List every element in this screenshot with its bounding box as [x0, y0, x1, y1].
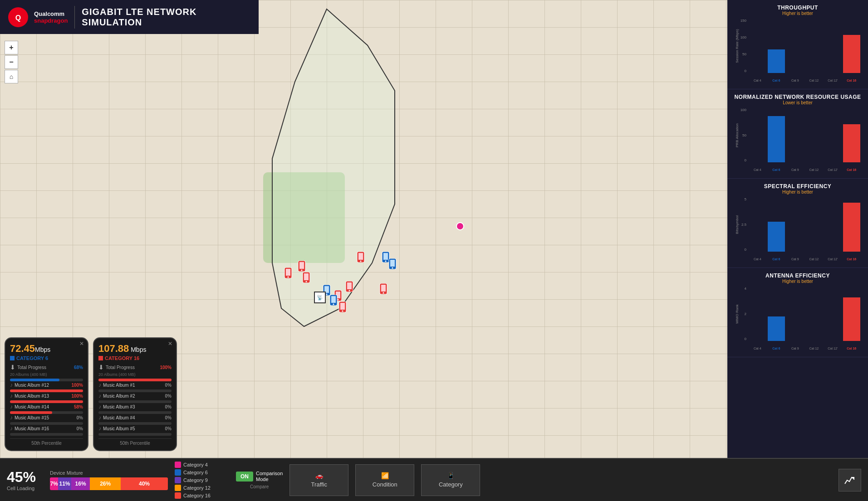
music-icon: ♪ [98, 393, 101, 399]
network-resource-y-title: PRB Allocation [735, 123, 739, 147]
music-icon: ♪ [10, 393, 13, 399]
special-marker[interactable] [456, 222, 464, 230]
category-button[interactable]: 📱 Category [421, 464, 480, 496]
svg-point-23 [349, 290, 350, 292]
device-seg-cat12[interactable]: 16% [71, 477, 90, 490]
phone-right-albums: ♪ Music Album #1 0% ♪ Music Album #2 0% … [98, 382, 172, 436]
throughput-title: THROUGHPUT [733, 5, 863, 11]
phone-right-cat-label: CATEGORY 16 [105, 355, 139, 361]
legend-cat12-dot [175, 485, 181, 491]
album-pct: 100% [71, 394, 83, 399]
phone-right-cat-dot [98, 356, 103, 360]
album-row: ♪ Music Album #12 100% [10, 382, 83, 388]
page-title: GIGABIT LTE NETWORK SIMULATION [82, 7, 252, 28]
device-seg-cat16b[interactable]: 40% [121, 477, 168, 490]
network-resource-title: NORMALIZED NETWORK RESOURCE USAGE [733, 94, 863, 100]
device-marker-1[interactable] [284, 268, 293, 280]
album-name: Music Album #14 [15, 404, 72, 409]
svg-rect-7 [299, 262, 304, 269]
music-icon: ♪ [98, 404, 101, 410]
device-marker-7[interactable] [345, 281, 354, 294]
device-marker-5[interactable] [338, 302, 347, 314]
device-marker-blue-2[interactable] [388, 258, 397, 271]
map-controls: + − ⌂ [5, 41, 18, 83]
comparison-section: ON ComparisonMode Compare [236, 471, 283, 489]
device-marker-6[interactable] [356, 252, 365, 264]
svg-point-17 [342, 311, 343, 312]
right-panel: THROUGHPUT Higher is better Session Rate… [727, 0, 868, 458]
device-marker-2[interactable] [297, 261, 306, 273]
album-row: ♪ Music Album #1 0% [98, 382, 172, 388]
album-progress-bar-bg [10, 433, 83, 436]
album-name: Music Album #15 [15, 415, 75, 420]
phone-left-detail: 20 Albums (400 MB) [10, 372, 83, 377]
device-mixture-bar[interactable]: 7% 11% 16% 26% 40% [50, 477, 168, 490]
album-name: Music Album #13 [15, 394, 69, 399]
spectral-efficiency-chart-section: SPECTRAL EFFICIENCY Higher is better Bit… [727, 179, 868, 268]
logo-qualcomm-text: Qualcomm [34, 10, 68, 17]
condition-label: Condition [373, 481, 397, 488]
album-pct: 0% [77, 426, 83, 431]
chart-icon-button[interactable] [839, 469, 861, 491]
traffic-label: Traffic [311, 481, 327, 488]
bottom-bar: 45% Cell Loading Device Mixture 7% 11% 1… [0, 458, 868, 501]
tower-marker[interactable]: 📡 [314, 292, 326, 303]
throughput-chart-section: THROUGHPUT Higher is better Session Rate… [727, 0, 868, 89]
home-button[interactable]: ⌂ [5, 70, 18, 83]
legend-cat4: Category 4 [175, 462, 229, 468]
legend-cat12-label: Category 12 [183, 485, 211, 491]
svg-point-11 [306, 281, 307, 282]
device-marker-8[interactable] [379, 283, 388, 296]
antenna-bars [749, 287, 860, 341]
zoom-out-button[interactable]: − [5, 55, 18, 69]
phone-left-total-bar-fill [10, 379, 59, 381]
device-seg-cat4[interactable]: 7% [50, 477, 58, 490]
zoom-in-button[interactable]: + [5, 41, 18, 54]
device-seg-cat16a[interactable]: 26% [90, 477, 121, 490]
album-progress-bar-bg [10, 411, 83, 414]
svg-point-5 [288, 277, 289, 278]
music-icon: ♪ [98, 414, 101, 421]
network-resource-chart-section: NORMALIZED NETWORK RESOURCE USAGE Lower … [727, 89, 868, 179]
svg-rect-22 [347, 282, 352, 289]
legend-cat16-dot [175, 492, 181, 499]
phone-left-cat-dot [10, 356, 15, 360]
album-progress-bar-bg [98, 389, 172, 392]
phone-right-mbps: Mbps [129, 346, 146, 353]
throughput-bar-cat6 [768, 49, 785, 73]
throughput-y150: 150 [740, 19, 746, 23]
device-seg-cat9-label: 11% [59, 481, 70, 487]
music-icon: ♪ [10, 414, 13, 421]
device-marker-3[interactable] [302, 272, 311, 285]
phone-left-close[interactable]: ✕ [79, 340, 84, 347]
phone-right-total-bar-fill [98, 379, 172, 381]
music-icon: ♪ [10, 404, 13, 410]
spectral-efficiency-chart: Bits/symbol 5 2.5 0 Cat 4 Cat 6 Cat 9 Ca… [733, 197, 863, 263]
album-pct: 0% [77, 415, 83, 420]
chart-icon [843, 474, 856, 486]
svg-rect-16 [340, 303, 345, 310]
svg-rect-28 [383, 253, 388, 260]
park-area [263, 172, 345, 263]
antenna-y-title: MIMO Rank [735, 304, 739, 324]
phone-left-speed: 72.45Mbps [10, 343, 83, 355]
device-marker-blue-4[interactable] [329, 295, 338, 307]
legend-cat4-label: Category 4 [183, 462, 208, 467]
device-mixture-label: Device Mixture [50, 470, 168, 476]
album-pct: 100% [71, 383, 83, 388]
phone-right-close[interactable]: ✕ [168, 340, 172, 347]
album-pct: 0% [165, 426, 172, 431]
condition-button[interactable]: 📶 Condition [355, 464, 414, 496]
comparison-toggle[interactable]: ON [236, 472, 253, 482]
spectral-efficiency-title: SPECTRAL EFFICIENCY [733, 183, 863, 190]
device-seg-cat9[interactable]: 11% [58, 477, 71, 490]
network-resource-chart: PRB Allocation 100 50 0 Cat 4 Cat 6 Cat … [733, 108, 863, 174]
music-icon: ♪ [10, 382, 13, 388]
album-name: Music Album #4 [103, 415, 163, 420]
antenna-efficiency-chart: MIMO Rank 4 2 0 Cat 4 Cat 6 Cat 9 Cat 12 [733, 287, 863, 352]
svg-point-26 [383, 292, 384, 294]
qualcomm-logo-icon: Q [7, 6, 29, 29]
traffic-button[interactable]: 🚗 Traffic [289, 464, 348, 496]
legend-cat6-label: Category 6 [183, 470, 208, 475]
nr-bar-cat16 [843, 124, 861, 162]
